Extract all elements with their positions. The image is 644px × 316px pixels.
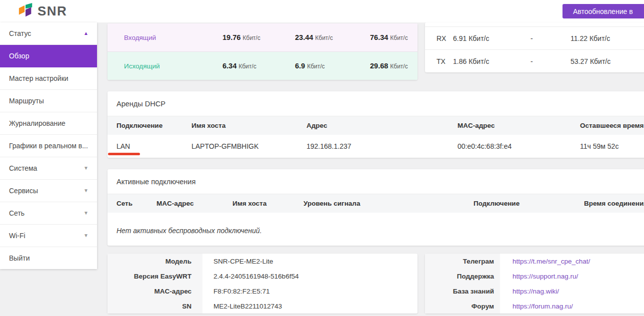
sidebar-item-overview[interactable]: Обзор <box>0 45 97 67</box>
conn-header-signal: Уровень сигнала <box>304 200 474 207</box>
sidebar-item-services[interactable]: Сервисы <box>0 180 97 202</box>
traffic-unit: Кбит/с <box>390 63 408 70</box>
sidebar-item-logging[interactable]: Журналирование <box>0 112 97 135</box>
connections-empty-message: Нет активных беспроводных подключений. <box>108 213 644 246</box>
dhcp-leases-card: Аренды DHCP Подключение Имя хоста Адрес … <box>108 91 644 158</box>
traffic-number: 6.9 <box>295 62 305 70</box>
dhcp-cell-address: 192.168.1.237 <box>306 142 458 150</box>
support-link[interactable]: https://support.nag.ru/ <box>512 273 578 280</box>
telegram-link[interactable]: https://t.me/snr_cpe_chat/ <box>512 258 590 265</box>
forum-label: Форум <box>425 299 500 314</box>
device-info-card: Модель SNR-CPE-ME2-Lite Версия EasyWRT 2… <box>108 254 418 314</box>
sidebar-item-label: Графики в реальном в... <box>9 142 88 150</box>
traffic-value: 19.76Кбит/с <box>222 33 295 42</box>
sidebar-item-realtime-graphs[interactable]: Графики в реальном в... <box>0 135 97 157</box>
sidebar-item-system[interactable]: Система <box>0 157 97 180</box>
device-mac-label: MAC-адрес <box>108 284 202 299</box>
traffic-number: 23.44 <box>295 33 313 41</box>
sidebar-item-setup-wizard[interactable]: Мастер настройки <box>0 67 97 90</box>
rx-label: RX <box>436 34 453 42</box>
traffic-number: 6.34 <box>222 62 236 70</box>
dhcp-header-address: Адрес <box>306 122 458 129</box>
rx-rate-peak: 11.22 Кбит/с <box>570 34 644 42</box>
traffic-value: 6.9Кбит/с <box>295 61 370 70</box>
conn-header-connection: Подключение <box>474 200 584 207</box>
conn-header-mac: MAC-адрес <box>156 200 232 207</box>
sidebar-item-label: Выйти <box>9 254 30 262</box>
snr-logo: SNR <box>18 2 67 19</box>
device-model-label: Модель <box>108 254 202 269</box>
snr-logo-icon <box>18 2 34 19</box>
device-model-value: SNR-CPE-ME2-Lite <box>202 254 418 269</box>
sidebar-item-label: Статус <box>9 29 31 37</box>
rx-rate-current: 6.91 Кбит/с <box>453 34 530 42</box>
connections-card-title: Активные подключения <box>108 169 644 194</box>
dhcp-header-mac: MAC-адрес <box>458 122 580 129</box>
sidebar-item-label: Обзор <box>9 52 29 60</box>
traffic-direction-label: Входящий <box>124 34 222 41</box>
support-link-row: Поддержка https://support.nag.ru/ <box>425 269 644 284</box>
traffic-value: 6.34Кбит/с <box>222 61 295 70</box>
traffic-unit: Кбит/с <box>242 34 260 41</box>
tx-rate-current: 1.86 Кбит/с <box>453 57 530 65</box>
forum-link[interactable]: https://forum.nag.ru/ <box>512 303 573 310</box>
traffic-value: 29.68Кбит/с <box>370 61 418 70</box>
connections-table-header: Сеть MAC-адрес Имя хоста Уровень сигнала… <box>108 194 644 213</box>
annotation-red-underline <box>108 153 140 155</box>
sidebar-item-label: Журналирование <box>9 119 66 127</box>
traffic-row-outgoing: Исходящий 6.34Кбит/с 6.9Кбит/с 29.68Кбит… <box>108 52 418 80</box>
device-info-row: SN ME2-LiteB2211012743 <box>108 299 418 314</box>
interface-rx-row: RX 6.91 Кбит/с - 11.22 Кбит/с <box>425 27 644 49</box>
traffic-unit: Кбит/с <box>307 63 324 70</box>
telegram-label: Телеграм <box>425 254 500 269</box>
conn-header-hostname: Имя хоста <box>232 200 304 207</box>
tx-rate-peak: 53.27 Кбит/с <box>570 57 644 65</box>
serial-number-value: ME2-LiteB2211012743 <box>202 299 418 314</box>
device-mac-value: F8:F0:82:F2:E5:71 <box>202 284 418 299</box>
device-info-row: Модель SNR-CPE-ME2-Lite <box>108 254 418 269</box>
tx-label: TX <box>436 57 453 65</box>
device-info-row: MAC-адрес F8:F0:82:F2:E5:71 <box>108 284 418 299</box>
dhcp-cell-hostname: LAPTOP-GFMBHIGK <box>192 142 306 150</box>
autorefresh-button[interactable]: Автообновление в <box>562 4 644 18</box>
chevron-down-icon <box>84 211 88 216</box>
support-link-row: База знаний https://nag.wiki/ <box>425 284 644 299</box>
traffic-summary-card: Входящий 19.76Кбит/с 23.44Кбит/с 76.34Кб… <box>108 23 418 80</box>
support-label: Поддержка <box>425 269 500 284</box>
dhcp-table-row: LAN LAPTOP-GFMBHIGK 192.168.1.237 00:e0:… <box>108 135 644 158</box>
dhcp-header-hostname: Имя хоста <box>192 122 306 129</box>
sidebar-item-wifi[interactable]: Wi-Fi <box>0 225 97 247</box>
knowledge-base-label: База знаний <box>425 284 500 299</box>
chevron-down-icon <box>84 166 88 171</box>
sidebar-item-label: Мастер настройки <box>9 74 68 82</box>
dhcp-cell-mac: 00:e0:4c:68:3f:e4 <box>458 142 580 150</box>
traffic-number: 19.76 <box>222 33 240 41</box>
brand-text: SNR <box>38 2 67 19</box>
rx-rate-separator: - <box>530 34 570 42</box>
chevron-up-icon <box>84 31 88 36</box>
top-header-bar: SNR Автообновление в <box>0 0 644 22</box>
traffic-row-incoming: Входящий 19.76Кбит/с 23.44Кбит/с 76.34Кб… <box>108 23 418 52</box>
conn-header-uptime: Время соединения <box>584 200 644 207</box>
sidebar-item-label: Маршруты <box>9 97 44 105</box>
interface-stats-card: RX 6.91 Кбит/с - 11.22 Кбит/с TX 1.86 Кб… <box>425 22 644 72</box>
support-links-card: Телеграм https://t.me/snr_cpe_chat/ Подд… <box>425 254 644 314</box>
firmware-version-value: 2.4.4-2405161948-516b6f54 <box>202 269 418 284</box>
dhcp-header-lease-time: Оставшееся время аренды <box>580 122 644 129</box>
sidebar-item-network[interactable]: Сеть <box>0 202 97 225</box>
knowledge-base-link[interactable]: https://nag.wiki/ <box>512 288 559 295</box>
sidebar-item-status[interactable]: Статус <box>0 22 97 45</box>
interface-card-top-strip <box>425 22 644 27</box>
traffic-number: 76.34 <box>370 33 388 41</box>
sidebar-item-routes[interactable]: Маршруты <box>0 90 97 112</box>
device-info-row: Версия EasyWRT 2.4.4-2405161948-516b6f54 <box>108 269 418 284</box>
sidebar-item-label: Сервисы <box>9 187 38 195</box>
sidebar-nav: Статус Обзор Мастер настройки Маршруты Ж… <box>0 22 97 269</box>
traffic-unit: Кбит/с <box>238 63 256 70</box>
sidebar-item-label: Система <box>9 164 37 172</box>
tx-rate-separator: - <box>530 57 570 65</box>
sidebar-item-logout[interactable]: Выйти <box>0 247 97 269</box>
traffic-number: 29.68 <box>370 62 388 70</box>
traffic-unit: Кбит/с <box>390 34 408 41</box>
chevron-down-icon <box>84 188 88 193</box>
